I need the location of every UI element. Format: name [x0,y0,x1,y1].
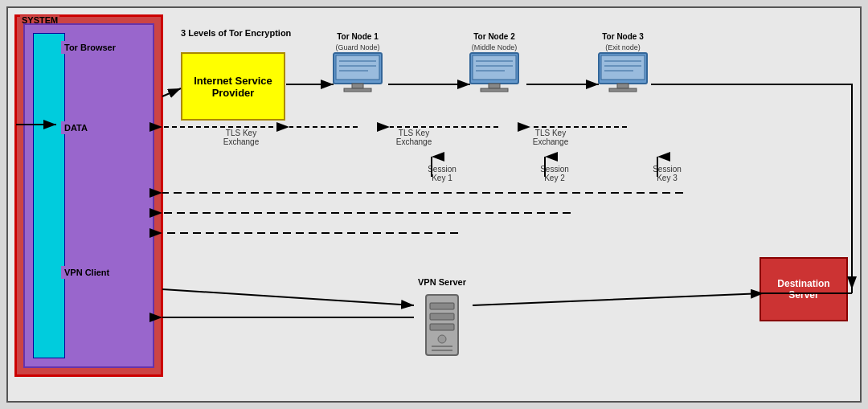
tor-node-3-sublabel: (Exit node) [595,43,651,51]
svg-rect-17 [609,88,637,92]
svg-rect-24 [430,324,454,330]
svg-line-46 [162,289,414,305]
system-box: SYSTEM Tor Browser DATA VPN Client [14,14,163,377]
tor-node-2-label: Tor Node 2 [466,32,522,41]
session-label-2: SessionKey 2 [530,165,579,182]
tor-node-2-sublabel: (Middle Node) [466,43,522,51]
destination-server: DestinationServer [760,257,848,321]
tls-label-1: TLS KeyExchange [209,129,273,146]
computer-icon-3 [595,51,651,96]
tor-node-3-label: Tor Node 3 [595,32,651,41]
tls-label-3: TLS KeyExchange [518,129,583,146]
svg-rect-16 [617,84,628,88]
session-label-3: SessionKey 3 [643,165,691,182]
computer-icon-2 [466,51,522,96]
tor-node-2: Tor Node 2 (Middle Node) [466,32,522,98]
tor-browser-label: Tor Browser [61,41,119,54]
svg-rect-1 [336,55,379,80]
vpn-server-label: VPN Server [414,277,470,287]
levels-label: 3 Levels of Tor Encryption [181,28,291,38]
data-label: DATA [61,121,91,134]
svg-line-32 [162,88,181,96]
tor-node-1-sublabel: (Guard Node) [330,43,386,51]
tor-node-1: Tor Node 1 (Guard Node) [330,32,386,98]
svg-rect-23 [430,313,454,320]
svg-rect-22 [430,303,454,309]
cyan-box [33,33,65,358]
svg-line-47 [473,293,764,305]
vpn-client-label: VPN Client [61,266,113,279]
vpn-server: VPN Server [414,277,470,366]
destination-server-label: DestinationServer [777,278,829,301]
tor-node-1-label: Tor Node 1 [330,32,386,41]
svg-rect-10 [481,88,508,92]
tor-node-3: Tor Node 3 (Exit node) [595,32,651,98]
diagram: SYSTEM Tor Browser DATA VPN Client 3 Lev… [6,6,862,403]
isp-box: Internet Service Provider [181,52,285,121]
tls-label-2: TLS KeyExchange [382,129,446,146]
purple-box [23,23,154,368]
isp-label: Internet Service Provider [182,54,284,119]
session-label-1: SessionKey 1 [418,165,466,182]
computer-icon-1 [330,51,386,96]
svg-point-25 [438,335,446,343]
svg-rect-9 [489,84,500,88]
svg-rect-3 [344,88,371,92]
vpn-server-icon [414,291,470,363]
svg-rect-2 [352,84,363,88]
svg-rect-27 [432,350,452,351]
svg-rect-26 [432,346,452,347]
svg-rect-8 [473,55,516,80]
svg-rect-15 [601,55,645,80]
